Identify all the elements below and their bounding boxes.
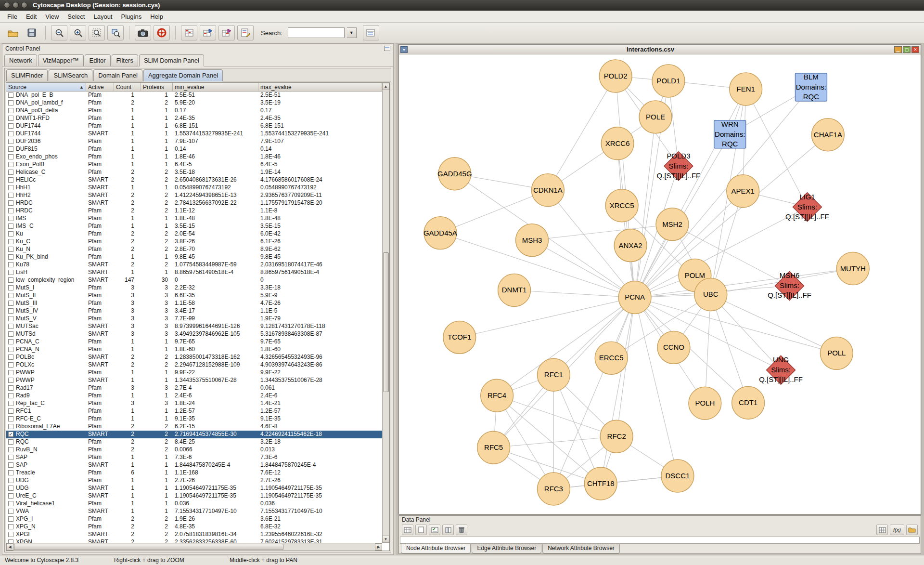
horizontal-scrollbar[interactable]: ◀ ▶ (6, 543, 382, 551)
table-row[interactable]: MUTSacSMART338.97399961644691E-1269.1281… (6, 323, 382, 330)
row-checkbox[interactable] (8, 447, 13, 452)
table-row[interactable]: XPG_IPfam221.9E-263.6E-21 (6, 515, 382, 523)
row-checkbox[interactable] (8, 416, 13, 421)
attribute-columns-button[interactable] (442, 525, 454, 535)
table-row[interactable]: PWWPSMART111.34435375510067E-281.3443537… (6, 377, 382, 384)
formula-button[interactable]: f(x) (890, 525, 904, 535)
tab-vizmapper[interactable]: VizMapper™ (38, 54, 84, 66)
edge-PCNA-MUTYH[interactable] (635, 269, 853, 298)
table-row[interactable]: RuvB_NPfam220.00660.013 (6, 446, 382, 454)
table-row[interactable]: Exo_endo_phosPfam111.8E-461.8E-46 (6, 153, 382, 161)
node-GADD45A[interactable]: GADD45A (424, 217, 457, 250)
node-XRCC5[interactable]: XRCC5 (605, 189, 638, 222)
node-UBC[interactable]: UBC (694, 278, 727, 311)
subtab-domain-panel[interactable]: Domain Panel (93, 69, 142, 81)
row-checkbox[interactable]: ✓ (8, 432, 13, 437)
edge-PCNA-TCOF1[interactable] (460, 297, 635, 337)
node-CDKN1A[interactable]: CDKN1A (531, 174, 564, 207)
cytoscape-wheel-button[interactable] (154, 25, 170, 40)
table-row[interactable]: HhH2SMART221.41224594398651E-132.9365763… (6, 192, 382, 199)
row-checkbox[interactable] (8, 339, 13, 344)
node-RFC3[interactable]: RFC3 (537, 473, 570, 505)
table-row[interactable]: Ribosomal_L7AePfam226.2E-154.6E-8 (6, 423, 382, 431)
table-row[interactable]: SAPSMART111.8448475870245E-41.8448475870… (6, 461, 382, 469)
node-RFC5[interactable]: RFC5 (477, 431, 510, 464)
table-row[interactable]: TreaclePfam611.1E-1687.6E-12 (6, 469, 382, 477)
node-CHAF1A[interactable]: CHAF1A (811, 118, 844, 151)
row-checkbox[interactable] (8, 123, 13, 129)
table-row[interactable]: RFC-E_CPfam119.1E-359.1E-35 (6, 415, 382, 423)
node-RFC2[interactable]: RFC2 (600, 420, 633, 453)
menu-plugins[interactable]: Plugins (117, 12, 146, 22)
node-UNG_s[interactable]: UNGSlims:Q.[ST][IL]..FF (759, 355, 803, 384)
tab-network[interactable]: Network (4, 54, 37, 66)
node-BLM_r[interactable]: BLMDomains:RQC (795, 73, 827, 101)
table-row[interactable]: Rad9Pfam112.4E-62.4E-6 (6, 392, 382, 400)
frame-menu-icon[interactable]: ▾ (400, 46, 408, 53)
node-CDT1[interactable]: CDT1 (732, 386, 765, 419)
table-row[interactable]: Rep_fac_CPfam331.8E-241.4E-21 (6, 400, 382, 407)
table-row[interactable]: DNA_pol_lambd_fPfam225.9E-203.5E-19 (6, 99, 382, 107)
dp-tab-node-attribute-browser[interactable]: Node Attribute Browser (401, 544, 471, 553)
snapshot-button[interactable] (135, 25, 151, 40)
table-row[interactable]: KuPfam222.0E-546.0E-42 (6, 230, 382, 238)
table-row[interactable]: HRDCSMART222.78413256637092E-221.1755791… (6, 199, 382, 207)
column-header-min-evalue[interactable]: min_evalue (173, 83, 258, 91)
row-checkbox[interactable] (8, 316, 13, 321)
node-TCOF1[interactable]: TCOF1 (443, 321, 476, 354)
table-row[interactable]: MutS_IPfam332.2E-323.3E-18 (6, 284, 382, 292)
row-checkbox[interactable] (8, 231, 13, 237)
frame-maximize-button[interactable]: ▢ (903, 46, 911, 53)
table-row[interactable]: HELICcSMART222.65040868173631E-264.17668… (6, 176, 382, 184)
dp-tab-edge-attribute-browser[interactable]: Edge Attribute Browser (472, 544, 541, 553)
table-row[interactable]: RFC1Pfam111.2E-571.2E-57 (6, 407, 382, 415)
menu-layout[interactable]: Layout (89, 12, 116, 22)
edge-PCNA-DSCC1[interactable] (635, 297, 678, 476)
frame-minimize-button[interactable]: ▁ (894, 46, 902, 53)
table-row[interactable]: POLBcSMART221.28385001473318E-1624.32656… (6, 354, 382, 361)
table-row[interactable]: low_complexity_regionSMART1473000 (6, 276, 382, 284)
window-maximize-button[interactable] (21, 2, 27, 8)
search-input[interactable] (288, 27, 345, 38)
window-minimize-button[interactable] (13, 2, 19, 8)
menu-view[interactable]: View (41, 12, 63, 22)
tab-filters[interactable]: Filters (112, 54, 138, 66)
subtab-slimfinder[interactable]: SLiMFinder (6, 69, 48, 81)
table-row[interactable]: ✓RQCSMART222.71694145374855E-304.2246924… (6, 431, 382, 438)
menu-file[interactable]: File (3, 12, 22, 22)
row-checkbox[interactable] (8, 108, 13, 113)
tab-slim-domain-panel[interactable]: SLiM Domain Panel (139, 54, 204, 66)
menu-edit[interactable]: Edit (22, 12, 41, 22)
row-checkbox[interactable] (8, 277, 13, 283)
node-MSH2[interactable]: MSH2 (656, 208, 689, 241)
table-row[interactable]: MutS_VPfam337.7E-991.9E-79 (6, 315, 382, 323)
scroll-right-button[interactable]: ▶ (375, 543, 382, 551)
table-row[interactable]: Exon_PolBPfam116.4E-56.4E-5 (6, 161, 382, 169)
zoom-out-button[interactable] (51, 25, 67, 40)
node-FEN1[interactable]: FEN1 (730, 73, 762, 105)
table-row[interactable]: VWASMART117.15534317710497E-107.15534317… (6, 508, 382, 515)
scroll-up-button[interactable]: ▲ (382, 83, 389, 90)
table-row[interactable]: Ku_CPfam223.8E-266.1E-26 (6, 238, 382, 246)
node-POLL[interactable]: POLL (820, 337, 853, 369)
edge-RFC4-CHTF18[interactable] (497, 395, 601, 484)
row-checkbox[interactable] (8, 162, 13, 167)
row-checkbox[interactable] (8, 439, 13, 445)
table-row[interactable]: PWWPPfam119.9E-229.9E-22 (6, 369, 382, 377)
row-checkbox[interactable] (8, 193, 13, 198)
row-checkbox[interactable] (8, 154, 13, 159)
row-checkbox[interactable] (8, 478, 13, 483)
row-checkbox[interactable] (8, 493, 13, 499)
tab-editor[interactable]: Editor (85, 54, 111, 66)
float-panel-icon[interactable] (384, 46, 390, 51)
subtab-aggregate-domain-panel[interactable]: Aggregate Domain Panel (143, 69, 223, 81)
network-window-titlebar[interactable]: ▾ interactions.csv ▁ ▢ ✕ (399, 45, 921, 54)
menu-help[interactable]: Help (146, 12, 167, 22)
search-dropdown-button[interactable]: ▼ (347, 27, 357, 38)
table-row[interactable]: XPG_NPfam224.8E-356.8E-32 (6, 523, 382, 531)
network-canvas[interactable]: POLD2POLD1FEN1BLMDomains:RQCPOLEWRNDomai… (399, 54, 920, 513)
new-attribute-button[interactable] (415, 525, 427, 535)
row-checkbox[interactable] (8, 378, 13, 383)
row-checkbox[interactable] (8, 524, 13, 529)
menu-select[interactable]: Select (63, 12, 89, 22)
